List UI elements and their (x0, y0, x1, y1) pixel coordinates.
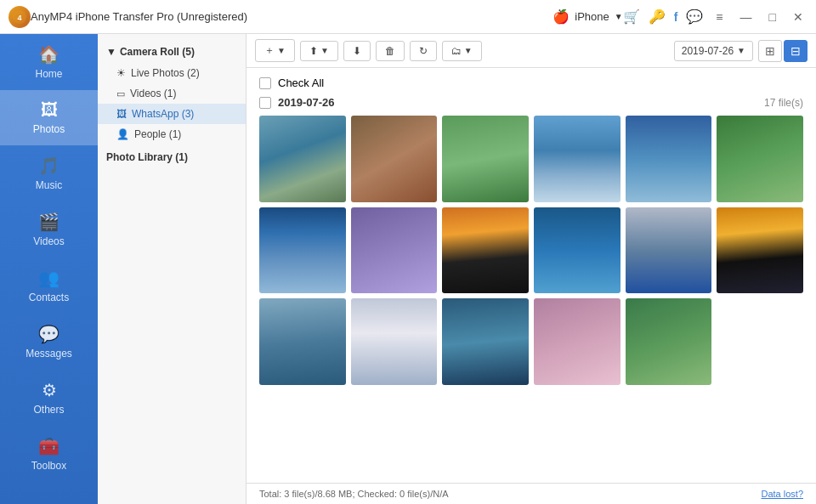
date-section-checkbox[interactable] (259, 97, 271, 109)
contacts-icon: 👥 (38, 268, 60, 288)
photo-thumb[interactable] (717, 116, 803, 202)
tree-item-videos-label: Videos (1) (130, 88, 176, 99)
sidebar-item-contacts-label: Contacts (29, 292, 69, 303)
view-buttons: ⊞ ⊟ (758, 40, 808, 62)
titlebar-actions: 🛒 🔑 f 💬 ≡ — □ ✕ (623, 8, 808, 25)
sidebar: 🏠 Home 🖼 Photos 🎵 Music 🎬 Videos 👥 Conta… (0, 34, 98, 504)
people-icon: 👤 (116, 128, 129, 140)
photo-thumb[interactable] (626, 298, 712, 385)
sidebar-item-photos[interactable]: 🖼 Photos (0, 90, 98, 145)
import-button[interactable]: ⬇ (343, 41, 371, 61)
app-logo: 4 (8, 6, 31, 28)
photo-thumb[interactable] (351, 207, 438, 294)
sidebar-item-messages[interactable]: 💬 Messages (0, 314, 98, 370)
chat-icon[interactable]: 💬 (686, 8, 703, 25)
sidebar-item-others[interactable]: ⚙ Others (0, 370, 98, 426)
photo-library-label: Photo Library (1) (98, 144, 246, 167)
check-all-checkbox[interactable] (259, 77, 271, 89)
tree-item-whatsapp-label: WhatsApp (3) (132, 108, 194, 120)
export-button[interactable]: ⬆ ▼ (300, 41, 338, 61)
facebook-icon[interactable]: f (674, 10, 678, 24)
device-selector[interactable]: 🍎 iPhone ▼ (552, 8, 622, 25)
photo-thumb[interactable] (442, 116, 529, 202)
photo-thumb[interactable] (259, 207, 346, 294)
content-area: ＋ ▼ ⬆ ▼ ⬇ 🗑 ↻ 🗂 ▼ 2019-07-26 ▼ (246, 34, 816, 504)
date-chevron-down-icon: ▼ (737, 46, 745, 55)
expand-icon: ▼ (106, 46, 116, 58)
chevron-down-icon: ▼ (615, 12, 623, 21)
view-grid-button[interactable]: ⊞ (758, 40, 782, 62)
toolbox-icon: 🧰 (38, 436, 60, 456)
key-icon[interactable]: 🔑 (649, 8, 666, 25)
main-layout: 🏠 Home 🖼 Photos 🎵 Music 🎬 Videos 👥 Conta… (0, 34, 816, 504)
tree-item-whatsapp[interactable]: 🖼 WhatsApp (3) (98, 104, 246, 124)
menu-icon[interactable]: ≡ (711, 8, 727, 25)
photo-thumb[interactable] (259, 298, 346, 385)
photo-thumb[interactable] (534, 298, 620, 385)
date-section-row: 2019-07-26 17 file(s) (259, 96, 803, 109)
photo-thumb[interactable] (717, 207, 803, 294)
camera-roll-header[interactable]: ▼ Camera Roll (5) (98, 41, 246, 63)
photo-thumb[interactable] (351, 116, 438, 202)
home-icon: 🏠 (38, 44, 60, 65)
sidebar-item-videos[interactable]: 🎬 Videos (0, 201, 98, 258)
photos-area: Check All 2019-07-26 17 file(s) (246, 68, 816, 483)
photo-thumb[interactable] (626, 207, 712, 294)
sidebar-item-contacts[interactable]: 👥 Contacts (0, 258, 98, 314)
check-all-label: Check All (278, 76, 324, 89)
live-photos-icon: ☀ (116, 67, 126, 79)
refresh-icon: ↻ (419, 45, 428, 57)
sidebar-item-messages-label: Messages (26, 348, 72, 360)
file-count: 17 file(s) (764, 97, 803, 109)
videos-icon: 🎬 (38, 212, 60, 232)
sidebar-item-videos-label: Videos (33, 235, 64, 247)
photo-thumb[interactable] (442, 298, 529, 385)
view-list-button[interactable]: ⊟ (784, 40, 808, 62)
tree-item-videos[interactable]: ▭ Videos (1) (98, 83, 246, 104)
photo-thumb[interactable] (442, 207, 529, 294)
close-button[interactable]: ✕ (789, 8, 808, 25)
tree-item-live-photos[interactable]: ☀ Live Photos (2) (98, 63, 246, 83)
maximize-button[interactable]: □ (765, 8, 780, 25)
photo-grid (259, 116, 803, 385)
photo-thumb[interactable] (534, 116, 620, 202)
add-chevron: ▼ (277, 46, 286, 55)
svg-text:4: 4 (17, 14, 21, 22)
camera-roll-label: Camera Roll (5) (120, 46, 195, 58)
refresh-button[interactable]: ↻ (410, 41, 437, 61)
manage-button[interactable]: 🗂 ▼ (442, 41, 482, 61)
sidebar-item-photos-label: Photos (33, 123, 65, 135)
add-button[interactable]: ＋ ▼ (255, 39, 295, 62)
minimize-button[interactable]: — (736, 8, 756, 25)
delete-icon: 🗑 (385, 45, 395, 57)
sidebar-item-home[interactable]: 🏠 Home (0, 34, 98, 90)
photo-thumb[interactable] (259, 116, 346, 202)
export-chevron: ▼ (320, 46, 329, 55)
delete-button[interactable]: 🗑 (376, 41, 405, 61)
photos-icon: 🖼 (41, 100, 58, 120)
tree-item-people-label: People (1) (134, 128, 181, 140)
whatsapp-icon: 🖼 (116, 108, 127, 120)
sidebar-item-toolbox-label: Toolbox (31, 460, 66, 472)
sidebar-item-others-label: Others (33, 404, 64, 416)
date-section-label: 2019-07-26 (278, 96, 335, 109)
photo-thumb[interactable] (626, 116, 712, 202)
photo-thumb[interactable] (351, 298, 438, 385)
data-lost-link[interactable]: Data lost? (761, 489, 803, 499)
export-icon: ⬆ (309, 45, 318, 57)
toolbar: ＋ ▼ ⬆ ▼ ⬇ 🗑 ↻ 🗂 ▼ 2019-07-26 ▼ (246, 34, 816, 68)
cart-icon[interactable]: 🛒 (623, 8, 640, 25)
sidebar-item-music[interactable]: 🎵 Music (0, 145, 98, 201)
apple-icon: 🍎 (552, 8, 570, 25)
check-all-row: Check All (259, 76, 803, 89)
titlebar: 4 AnyMP4 iPhone Transfer Pro (Unregister… (0, 0, 816, 34)
photo-thumb[interactable] (534, 207, 620, 294)
sidebar-item-music-label: Music (36, 179, 62, 191)
sidebar-item-toolbox[interactable]: 🧰 Toolbox (0, 426, 98, 482)
music-icon: 🎵 (38, 156, 60, 176)
add-icon: ＋ (264, 43, 275, 58)
date-dropdown[interactable]: 2019-07-26 ▼ (674, 41, 753, 61)
tree-panel: ▼ Camera Roll (5) ☀ Live Photos (2) ▭ Vi… (98, 34, 246, 504)
others-icon: ⚙ (42, 380, 57, 400)
tree-item-people[interactable]: 👤 People (1) (98, 124, 246, 144)
